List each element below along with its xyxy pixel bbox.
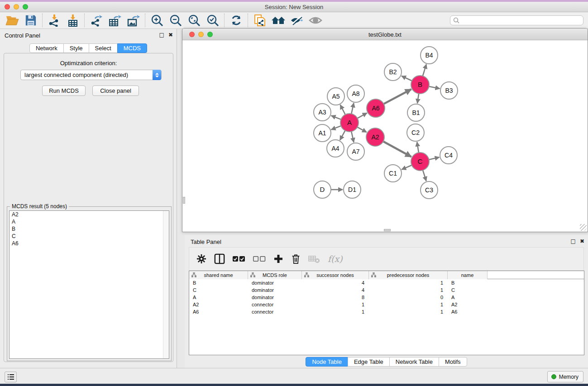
delete-column-trash-icon[interactable] <box>291 253 301 264</box>
tab-select[interactable]: Select <box>89 43 118 53</box>
open-session-icon[interactable] <box>3 13 21 28</box>
export-image-icon[interactable] <box>124 13 143 28</box>
edge-A6-B[interactable] <box>384 89 411 104</box>
graph-node-A4[interactable]: A4 <box>327 140 344 157</box>
result-scrollbar[interactable] <box>163 211 169 358</box>
add-column-icon[interactable] <box>273 254 283 264</box>
edge-C-C4[interactable] <box>429 157 440 160</box>
deselect-all-checkboxes-icon[interactable] <box>253 256 266 262</box>
table-settings-gear-icon[interactable] <box>196 254 206 264</box>
graph-node-D1[interactable]: D1 <box>344 181 361 198</box>
edge-A-A6[interactable] <box>358 113 367 119</box>
graph-node-A[interactable]: A <box>340 114 359 132</box>
zoom-fit-icon[interactable] <box>185 13 203 28</box>
graph-node-A1[interactable]: A1 <box>314 124 331 142</box>
zoom-selected-icon[interactable] <box>203 13 222 28</box>
float-table-panel-icon[interactable]: □ <box>571 238 576 244</box>
close-table-panel-icon[interactable]: ✖ <box>580 238 584 244</box>
edge-C-C1[interactable] <box>402 165 411 170</box>
edge-B-B1[interactable] <box>417 94 419 103</box>
graph-node-A5[interactable]: A5 <box>327 88 344 105</box>
table-tab-edge-table[interactable]: Edge Table <box>348 357 390 367</box>
mcds-result-item[interactable]: A2 <box>10 211 169 218</box>
mcds-result-item[interactable]: C <box>10 233 169 240</box>
zoom-in-icon[interactable] <box>148 13 166 28</box>
mcds-result-item[interactable]: B <box>10 225 169 233</box>
column-layout-icon[interactable] <box>214 253 225 264</box>
network-window-titlebar[interactable]: testGlobe.txt <box>182 29 588 40</box>
mcds-result-item[interactable]: A6 <box>10 240 169 247</box>
mcds-result-item[interactable]: A <box>10 218 169 225</box>
table-tab-motifs[interactable]: Motifs <box>439 357 467 367</box>
edge-C-C3[interactable] <box>423 170 426 181</box>
clone-network-icon[interactable] <box>250 13 269 28</box>
edge-A-A5[interactable] <box>340 105 345 115</box>
import-network-icon[interactable] <box>45 13 63 28</box>
graph-node-D[interactable]: D <box>314 181 331 198</box>
edge-B-B4[interactable] <box>423 64 426 76</box>
save-session-icon[interactable] <box>21 13 40 28</box>
column-header-name[interactable]: name <box>448 271 488 279</box>
network-canvas[interactable]: B4B2BB3A5A8A6A3B1AA1C2A2A4A7C4CC1C3DD1 <box>183 41 587 231</box>
graph-node-B1[interactable]: B1 <box>407 104 425 121</box>
home-view-icon[interactable] <box>269 13 287 28</box>
table-row[interactable]: A2connector11A2 <box>189 301 584 308</box>
table-row[interactable]: Cdominator41C <box>189 286 584 294</box>
graph-node-C3[interactable]: C3 <box>421 181 438 199</box>
optimization-criterion-select[interactable]: largest connected component (directed) <box>20 70 162 80</box>
import-table-icon[interactable] <box>63 13 82 28</box>
canvas-horizontal-divider-handle[interactable] <box>384 229 391 231</box>
select-all-checkboxes-icon[interactable] <box>233 256 245 262</box>
graph-node-A7[interactable]: A7 <box>347 143 364 160</box>
graph-node-A8[interactable]: A8 <box>347 85 364 102</box>
edge-A-A7[interactable] <box>351 132 354 143</box>
tab-mcds[interactable]: MCDS <box>117 43 147 53</box>
graph-node-A3[interactable]: A3 <box>314 104 331 121</box>
delete-table-icon[interactable] <box>308 254 320 263</box>
show-graphics-details-icon[interactable] <box>306 13 325 28</box>
run-mcds-button[interactable]: Run MCDS <box>42 86 86 96</box>
close-panel-icon[interactable]: ✖ <box>168 32 173 38</box>
refresh-icon[interactable] <box>227 13 245 28</box>
canvas-vertical-divider-handle[interactable] <box>183 197 185 204</box>
column-header-shared-name[interactable]: shared name <box>189 271 248 279</box>
graph-node-B4[interactable]: B4 <box>421 47 438 64</box>
edge-A-A8[interactable] <box>351 103 354 114</box>
graph-node-A6[interactable]: A6 <box>367 99 385 117</box>
show-panels-list-button[interactable] <box>5 372 17 382</box>
edge-B-B2[interactable] <box>402 76 412 81</box>
hide-graphics-details-icon[interactable] <box>287 13 306 28</box>
tab-style[interactable]: Style <box>63 43 89 53</box>
graph-node-B2[interactable]: B2 <box>384 63 402 81</box>
graph-node-B[interactable]: B <box>411 76 429 94</box>
graph-node-C4[interactable]: C4 <box>440 147 457 164</box>
search-field[interactable] <box>450 15 583 25</box>
graph-node-C1[interactable]: C1 <box>384 165 402 182</box>
window-resize-grip[interactable] <box>580 224 587 231</box>
graph-node-C2[interactable]: C2 <box>407 124 424 141</box>
float-panel-icon[interactable]: □ <box>159 32 164 38</box>
close-panel-button[interactable]: Close panel <box>92 86 139 96</box>
graph-node-B3[interactable]: B3 <box>440 82 458 99</box>
export-network-icon[interactable] <box>87 13 105 28</box>
export-table-icon[interactable] <box>105 13 124 28</box>
edge-A-A3[interactable] <box>331 116 341 119</box>
function-builder-icon[interactable]: f(x) <box>328 254 343 264</box>
table-row[interactable]: Adominator80A <box>189 294 584 301</box>
memory-button[interactable]: Memory <box>547 371 583 382</box>
edge-A-A4[interactable] <box>340 131 345 140</box>
edge-C-C2[interactable] <box>417 142 419 152</box>
column-header-predecessor-nodes[interactable]: predecessor nodes <box>369 271 448 279</box>
zoom-out-icon[interactable] <box>166 13 185 28</box>
edge-A-A2[interactable] <box>357 127 366 132</box>
edge-B-B3[interactable] <box>429 86 440 89</box>
node-table[interactable]: shared nameMCDS rolesuccessor nodesprede… <box>189 271 584 355</box>
graph-node-A2[interactable]: A2 <box>366 128 384 146</box>
graph-node-C[interactable]: C <box>411 152 429 171</box>
column-header-successor-nodes[interactable]: successor nodes <box>302 271 369 279</box>
table-tab-node-table[interactable]: Node Table <box>306 357 348 367</box>
search-input[interactable] <box>459 17 583 24</box>
table-row[interactable]: A6connector11A6 <box>189 308 584 315</box>
column-header-MCDS-role[interactable]: MCDS role <box>248 271 302 279</box>
edge-A-A1[interactable] <box>331 126 341 129</box>
